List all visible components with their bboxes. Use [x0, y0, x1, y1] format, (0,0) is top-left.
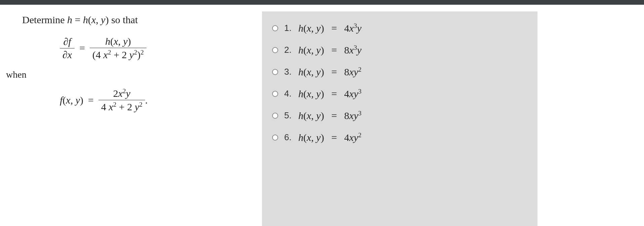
option-number: 1.	[284, 23, 294, 33]
intro-prefix: Determine	[22, 14, 67, 25]
option-math: h(x, y) = 8x3y	[298, 44, 361, 56]
right-spacer	[538, 14, 644, 226]
intro-hxy: h(x, y)	[83, 14, 109, 25]
option-1[interactable]: 1. h(x, y) = 4x3y	[272, 22, 527, 34]
radio-icon[interactable]	[272, 47, 278, 53]
option-math: h(x, y) = 4xy3	[298, 88, 361, 100]
intro-suffix: so that	[111, 14, 138, 25]
radio-icon[interactable]	[272, 135, 278, 141]
rhs-fraction-2: 2x2y 4 x2 + 2 y2	[98, 87, 145, 113]
intro-h: h	[67, 14, 72, 25]
when-label: when	[6, 69, 249, 80]
option-number: 5.	[284, 110, 294, 121]
answer-options-panel: 1. h(x, y) = 4x3y 2. h(x, y) = 8x3y 3. h…	[262, 11, 538, 226]
content-area: Determine h = h(x, y) so that ∂f ∂x = h(…	[0, 5, 644, 226]
option-math: h(x, y) = 4x3y	[298, 22, 361, 34]
option-number: 2.	[284, 45, 294, 55]
period: .	[145, 95, 148, 106]
radio-icon[interactable]	[272, 91, 278, 97]
radio-icon[interactable]	[272, 25, 278, 31]
window-topbar	[0, 0, 644, 5]
option-math: h(x, y) = 4xy2	[298, 131, 361, 143]
option-number: 3.	[284, 67, 294, 77]
option-math: h(x, y) = 8xy3	[298, 110, 361, 121]
option-4[interactable]: 4. h(x, y) = 4xy3	[272, 88, 527, 100]
option-2[interactable]: 2. h(x, y) = 8x3y	[272, 44, 527, 56]
question-intro: Determine h = h(x, y) so that	[22, 14, 249, 26]
option-number: 4.	[284, 88, 294, 99]
question-panel: Determine h = h(x, y) so that ∂f ∂x = h(…	[0, 14, 262, 226]
partial-derivative-equation: ∂f ∂x = h(x, y) (4 x2 + 2 y2)2	[60, 35, 249, 61]
option-number: 6.	[284, 132, 294, 143]
option-math: h(x, y) = 8xy2	[298, 66, 361, 78]
df-dx: ∂f ∂x	[60, 35, 75, 61]
radio-icon[interactable]	[272, 69, 278, 75]
radio-icon[interactable]	[272, 113, 278, 119]
f-lhs: f(x, y)	[60, 95, 83, 106]
equals-3: =	[88, 95, 94, 106]
equals-1: =	[75, 14, 81, 25]
option-3[interactable]: 3. h(x, y) = 8xy2	[272, 66, 527, 78]
f-equation: f(x, y) = 2x2y 4 x2 + 2 y2 .	[60, 87, 249, 113]
equals-2: =	[79, 42, 85, 54]
option-6[interactable]: 6. h(x, y) = 4xy2	[272, 131, 527, 143]
rhs-fraction-1: h(x, y) (4 x2 + 2 y2)2	[90, 35, 146, 61]
option-5[interactable]: 5. h(x, y) = 8xy3	[272, 110, 527, 121]
